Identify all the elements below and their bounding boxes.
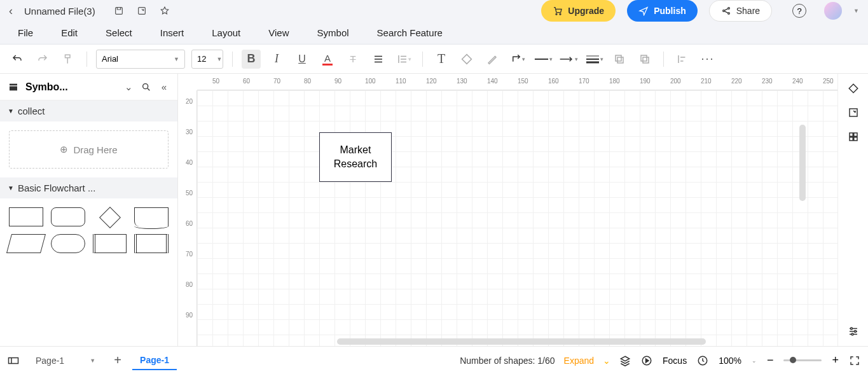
align-button[interactable]	[369, 50, 388, 69]
front-button[interactable]	[610, 50, 629, 69]
search-icon[interactable]	[141, 81, 152, 93]
ruler-v-tick: 50	[186, 190, 193, 197]
avatar[interactable]	[824, 2, 842, 20]
add-page-button[interactable]: +	[112, 355, 123, 366]
menu-view[interactable]: View	[268, 27, 289, 38]
back-button[interactable]	[635, 50, 654, 69]
shape-diamond[interactable]	[93, 207, 127, 226]
theme-icon[interactable]	[848, 83, 859, 94]
scrollbar-vertical[interactable]	[799, 125, 806, 201]
drag-here-label: Drag Here	[73, 144, 117, 155]
text-tool-button[interactable]: T	[432, 50, 451, 69]
back-icon[interactable]: ‹	[9, 4, 13, 18]
section-collect[interactable]: ▼collect	[0, 100, 177, 121]
menu-file[interactable]: File	[18, 27, 33, 38]
page-tab[interactable]: Page-1	[132, 351, 177, 370]
settings-icon[interactable]	[848, 326, 859, 337]
shape-pill[interactable]	[51, 234, 85, 253]
collapse-icon[interactable]: «	[158, 81, 170, 93]
star-icon[interactable]	[159, 5, 170, 17]
bold-button[interactable]: B	[242, 50, 261, 69]
ruler-h-tick: 190	[640, 78, 651, 85]
fullscreen-icon[interactable]	[849, 355, 860, 366]
ruler-h-tick: 180	[609, 78, 620, 85]
play-icon[interactable]	[641, 355, 652, 366]
line-style-button[interactable]: ▾	[534, 50, 553, 69]
shape-stored-data[interactable]	[134, 234, 169, 253]
export-icon[interactable]	[136, 5, 148, 17]
canvas[interactable]: Market Research	[197, 90, 837, 346]
drag-here-zone[interactable]: ⊕Drag Here	[9, 130, 169, 169]
shape-parallelogram[interactable]	[6, 234, 46, 253]
arrow-style-button[interactable]: ▾	[559, 50, 578, 69]
ruler-h-tick: 250	[823, 78, 834, 85]
ruler-v-tick: 80	[186, 281, 193, 288]
italic-button[interactable]: I	[267, 50, 286, 69]
save-icon[interactable]	[113, 5, 125, 17]
upgrade-button[interactable]: Upgrade	[541, 0, 616, 22]
share-label: Share	[736, 6, 760, 16]
redo-button[interactable]	[33, 50, 52, 69]
publish-button[interactable]: Publish	[627, 0, 698, 22]
help-icon[interactable]: ?	[792, 4, 806, 18]
svg-rect-11	[641, 55, 647, 61]
shape-rectangle[interactable]	[9, 207, 43, 226]
share-button[interactable]: Share	[709, 0, 772, 22]
svg-point-6	[727, 13, 729, 15]
font-size-dropdown[interactable]: 12▼	[191, 50, 223, 69]
shape-rounded-rect[interactable]	[51, 207, 85, 226]
export-shape-icon[interactable]	[848, 107, 859, 118]
ruler-v-tick: 70	[186, 251, 193, 258]
menu-search-feature[interactable]: Search Feature	[377, 27, 443, 38]
connector-button[interactable]: ▾	[508, 50, 527, 69]
menu-layout[interactable]: Layout	[212, 27, 240, 38]
ruler-h-tick: 210	[701, 78, 712, 85]
grid-icon[interactable]	[848, 131, 859, 142]
line-color-button[interactable]	[483, 50, 502, 69]
font-dropdown[interactable]: Arial▼	[96, 50, 185, 69]
zoom-value[interactable]: 100%	[719, 356, 741, 366]
strikethrough-button[interactable]: T	[343, 50, 362, 69]
pages-icon[interactable]	[8, 355, 19, 366]
page-dd-label: Page-1	[36, 356, 64, 366]
node-text: Market Research	[334, 143, 377, 172]
zoom-slider[interactable]	[783, 359, 822, 361]
ruler-h-tick: 120	[426, 78, 437, 85]
section-collect-label: collect	[18, 106, 45, 116]
expand-chevron-icon[interactable]: ⌄	[603, 356, 610, 366]
zoom-in-button[interactable]: +	[832, 354, 839, 367]
scrollbar-horizontal[interactable]	[337, 338, 706, 345]
menu-symbol[interactable]: Symbol	[317, 27, 349, 38]
align-objects-button[interactable]	[673, 50, 692, 69]
menu-edit[interactable]: Edit	[61, 27, 78, 38]
menu-insert[interactable]: Insert	[160, 27, 184, 38]
layers-icon[interactable]	[619, 355, 631, 366]
shape-document[interactable]	[134, 207, 169, 226]
chevron-down-icon[interactable]: ⌄	[123, 81, 134, 93]
line-weight-button[interactable]: ▾	[584, 50, 603, 69]
plus-icon: ⊕	[60, 144, 68, 155]
line-spacing-button[interactable]: ▾	[394, 50, 413, 69]
zoom-out-button[interactable]: −	[767, 354, 774, 367]
expand-button[interactable]: Expand	[564, 356, 594, 366]
menu-select[interactable]: Select	[106, 27, 132, 38]
svg-rect-13	[10, 86, 17, 90]
svg-rect-1	[138, 8, 145, 15]
ruler-vertical: 2030405060708090	[178, 90, 197, 346]
more-button[interactable]: ···	[698, 50, 717, 69]
section-flowchart[interactable]: ▼Basic Flowchart ...	[0, 177, 177, 198]
avatar-caret[interactable]: ▼	[853, 8, 859, 14]
library-icon	[8, 81, 19, 93]
text-color-button[interactable]: A	[318, 50, 337, 69]
shape-predefined[interactable]	[93, 234, 127, 253]
page-dropdown[interactable]: Page-1▼	[28, 353, 103, 368]
canvas-node-market-research[interactable]: Market Research	[319, 132, 392, 182]
underline-button[interactable]: U	[293, 50, 312, 69]
history-icon[interactable]	[697, 355, 708, 366]
format-painter-button[interactable]	[59, 50, 78, 69]
focus-button[interactable]: Focus	[663, 356, 687, 366]
ruler-h-tick: 170	[579, 78, 589, 85]
undo-button[interactable]	[8, 50, 27, 69]
svg-point-4	[722, 10, 724, 12]
fill-button[interactable]	[457, 50, 476, 69]
